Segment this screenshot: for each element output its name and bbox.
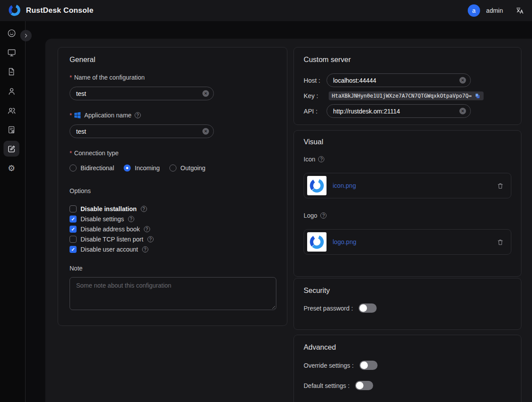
clear-icon[interactable]: × xyxy=(202,128,209,135)
radio-incoming[interactable]: Incoming xyxy=(124,164,160,172)
config-name-input[interactable]: test × xyxy=(70,87,214,100)
radio-bidirectional[interactable]: Bidirectional xyxy=(70,164,114,172)
user-icon xyxy=(7,87,16,96)
checkbox[interactable] xyxy=(70,226,77,233)
help-icon[interactable]: ? xyxy=(128,216,134,222)
note-textarea[interactable]: Some note about this configuration xyxy=(70,277,276,310)
required-asterisk: * xyxy=(70,112,72,119)
general-card: General * Name of the configuration test… xyxy=(58,47,287,326)
sidebar-item-settings[interactable]: ⚙ xyxy=(4,160,19,176)
help-icon[interactable]: ? xyxy=(320,212,327,219)
option-disable-installation[interactable]: Disable installation ? xyxy=(70,205,154,212)
note-placeholder: Some note about this configuration xyxy=(76,282,171,289)
app-name-label: * Application name ? xyxy=(70,112,141,119)
preset-password-row: Preset password : xyxy=(304,303,377,313)
override-settings-label: Override settings : xyxy=(304,362,354,369)
connection-type-label: * Connection type xyxy=(70,150,119,157)
sidebar-item-custom-clients[interactable] xyxy=(4,141,19,157)
preset-password-label: Preset password : xyxy=(304,305,353,312)
icon-file-link[interactable]: icon.png xyxy=(333,182,356,189)
logo-upload-box: logo.png xyxy=(304,229,511,255)
host-input[interactable]: localhost:44444 × xyxy=(327,73,471,87)
option-disable-user-account[interactable]: Disable user account ? xyxy=(70,246,154,253)
override-settings-toggle[interactable] xyxy=(360,361,378,370)
app-title: RustDesk Console xyxy=(26,6,93,15)
sidebar-item-users[interactable] xyxy=(4,83,19,99)
sidebar: ⚙ xyxy=(0,21,26,402)
help-icon[interactable]: ? xyxy=(144,226,150,232)
avatar[interactable]: a xyxy=(468,4,480,17)
required-asterisk: * xyxy=(70,150,72,157)
help-icon[interactable]: ? xyxy=(141,206,147,212)
preset-password-toggle[interactable] xyxy=(359,303,377,313)
custom-server-card: Custom server Host : localhost:44444 × K… xyxy=(294,47,521,125)
smiley-icon xyxy=(7,29,16,38)
connection-type-group: Bidirectional Incoming Outgoing xyxy=(70,164,211,172)
sidebar-item-documents[interactable] xyxy=(4,64,19,80)
icon-upload-box: icon.png xyxy=(304,173,511,198)
logo-thumbnail xyxy=(307,232,327,252)
note-label: Note xyxy=(70,265,83,272)
app-name-input[interactable]: test × xyxy=(70,124,214,138)
api-label: API : xyxy=(304,108,327,115)
help-icon[interactable]: ? xyxy=(147,236,154,242)
security-card: Security Preset password : xyxy=(294,278,521,330)
radio-circle[interactable] xyxy=(124,164,131,172)
sidebar-item-groups[interactable] xyxy=(4,102,19,118)
help-icon[interactable]: ? xyxy=(318,156,324,162)
advanced-card: Advanced Override settings : Default set… xyxy=(294,335,521,402)
sidebar-expand-button[interactable] xyxy=(20,30,32,41)
advanced-title: Advanced xyxy=(304,343,336,351)
help-icon[interactable]: ? xyxy=(135,112,141,118)
host-row: Host : xyxy=(304,73,327,87)
help-icon[interactable]: ? xyxy=(142,246,148,252)
sidebar-item-dashboard[interactable] xyxy=(4,25,19,41)
monitor-icon xyxy=(7,48,16,57)
rustdesk-logo-icon xyxy=(8,4,21,18)
api-input[interactable]: http://rustdesk.om:21114 × xyxy=(327,104,471,118)
app-header: RustDesk Console a admin xyxy=(0,0,532,21)
general-title: General xyxy=(70,55,95,64)
visual-title: Visual xyxy=(304,138,323,146)
radio-outgoing[interactable]: Outgoing xyxy=(169,164,205,172)
key-row: Key : HtaXBkJNHyn0e1U1jWXze7A7CN7QTGWqxk… xyxy=(304,91,484,101)
required-asterisk: * xyxy=(70,74,72,81)
clear-icon[interactable]: × xyxy=(202,90,209,97)
document-icon xyxy=(7,67,16,76)
edit-icon xyxy=(7,144,16,153)
clear-icon[interactable]: × xyxy=(459,77,466,84)
default-settings-toggle[interactable] xyxy=(355,381,373,390)
icon-thumbnail xyxy=(307,176,327,195)
checkbox[interactable] xyxy=(70,236,77,243)
custom-server-title: Custom server xyxy=(304,55,351,64)
default-settings-label: Default settings : xyxy=(304,382,349,389)
trash-icon[interactable] xyxy=(497,238,504,246)
copy-icon[interactable] xyxy=(474,93,481,99)
trash-icon[interactable] xyxy=(497,182,504,190)
radio-circle[interactable] xyxy=(169,164,176,172)
logo-file-link[interactable]: logo.png xyxy=(333,238,356,245)
config-name-label: * Name of the configuration xyxy=(70,74,145,81)
option-disable-address-book[interactable]: Disable address book ? xyxy=(70,226,154,233)
icon-label: Icon ? xyxy=(304,156,324,163)
key-label: Key : xyxy=(304,92,327,99)
host-label: Host : xyxy=(304,77,327,84)
checkbox[interactable] xyxy=(70,216,77,223)
translate-icon[interactable] xyxy=(515,6,524,15)
clear-icon[interactable]: × xyxy=(459,108,466,114)
checkbox[interactable] xyxy=(70,246,77,253)
logo-label: Logo ? xyxy=(304,212,327,219)
sidebar-item-audit[interactable] xyxy=(4,122,19,138)
group-icon xyxy=(7,106,16,115)
gear-icon: ⚙ xyxy=(7,164,15,172)
option-disable-settings[interactable]: Disable settings ? xyxy=(70,216,154,223)
key-value: HtaXBkJNHyn0e1U1jWXze7A7CN7QTGWqxkOtpaVp… xyxy=(329,91,484,100)
user-name[interactable]: admin xyxy=(486,7,503,14)
security-title: Security xyxy=(304,286,330,295)
visual-card: Visual Icon ? icon.png Logo ? logo.png xyxy=(294,130,521,277)
resize-grip-icon[interactable] xyxy=(271,304,275,309)
radio-circle[interactable] xyxy=(70,164,77,172)
checkbox[interactable] xyxy=(70,205,77,212)
option-disable-tcp-listen-port[interactable]: Disable TCP listen port ? xyxy=(70,236,154,243)
sidebar-item-devices[interactable] xyxy=(4,44,19,60)
